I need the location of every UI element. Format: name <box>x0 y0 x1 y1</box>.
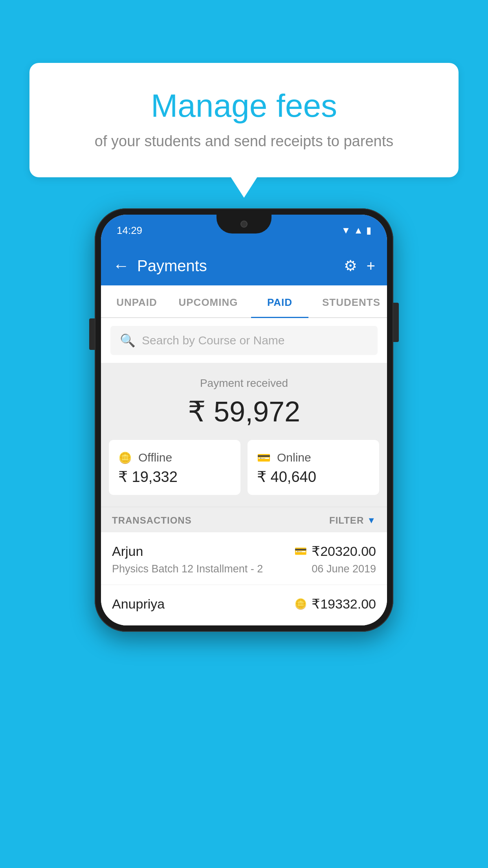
battery-icon: ▮ <box>366 225 371 236</box>
transaction-top: Arjun 💳 ₹20320.00 <box>112 543 376 559</box>
search-box[interactable]: 🔍 Search by Course or Name <box>110 326 378 355</box>
payment-type-icon: 🪙 <box>294 598 307 610</box>
offline-amount: ₹ 19,332 <box>118 468 231 485</box>
app-header: ← Payments ⚙ + <box>101 246 387 285</box>
transaction-amount: ₹19332.00 <box>312 596 376 612</box>
payment-cards: 🪙 Offline ₹ 19,332 💳 Online ₹ 40,640 <box>101 440 387 507</box>
filter-icon: ▼ <box>367 515 376 526</box>
tab-paid[interactable]: PAID <box>244 285 316 317</box>
payment-label: Payment received <box>101 377 387 390</box>
filter-button[interactable]: FILTER ▼ <box>329 515 376 526</box>
camera <box>240 221 248 228</box>
bubble-subtitle: of your students and send receipts to pa… <box>61 133 427 150</box>
tab-students[interactable]: STUDENTS <box>316 285 387 317</box>
transaction-name: Arjun <box>112 544 143 559</box>
payment-type-icon: 💳 <box>294 545 307 557</box>
transaction-bottom: Physics Batch 12 Installment - 2 06 June… <box>112 563 376 575</box>
back-button[interactable]: ← <box>113 256 129 275</box>
online-amount: ₹ 40,640 <box>257 468 370 485</box>
speech-bubble-section: Manage fees of your students and send re… <box>29 63 459 177</box>
notch <box>216 215 272 234</box>
transaction-row: Anupriya 🪙 ₹19332.00 <box>101 585 387 625</box>
online-card: 💳 Online ₹ 40,640 <box>248 440 379 495</box>
speech-bubble: Manage fees of your students and send re… <box>29 63 459 177</box>
search-input[interactable]: Search by Course or Name <box>142 334 285 347</box>
transactions-header: TRANSACTIONS FILTER ▼ <box>101 507 387 532</box>
search-section: 🔍 Search by Course or Name <box>101 318 387 363</box>
transaction-row: Arjun 💳 ₹20320.00 Physics Batch 12 Insta… <box>101 532 387 585</box>
status-time: 14:29 <box>117 224 142 237</box>
phone-mockup: 14:29 ▼ ▲ ▮ ← Payments ⚙ + <box>95 208 393 632</box>
search-icon: 🔍 <box>120 333 136 348</box>
amount-container: 🪙 ₹19332.00 <box>294 596 376 612</box>
online-label: Online <box>277 451 311 464</box>
offline-card-top: 🪙 Offline <box>118 451 231 464</box>
header-title: Payments <box>137 257 336 275</box>
phone-screen: 14:29 ▼ ▲ ▮ ← Payments ⚙ + <box>101 215 387 625</box>
settings-icon[interactable]: ⚙ <box>344 257 357 274</box>
transaction-amount: ₹20320.00 <box>312 543 376 559</box>
transaction-date: 06 June 2019 <box>312 563 376 575</box>
tabs-bar: UNPAID UPCOMING PAID STUDENTS <box>101 285 387 318</box>
transaction-name: Anupriya <box>112 596 165 612</box>
online-card-top: 💳 Online <box>257 451 370 464</box>
transaction-course: Physics Batch 12 Installment - 2 <box>112 563 263 575</box>
payment-amount: ₹ 59,972 <box>101 395 387 428</box>
transactions-label: TRANSACTIONS <box>112 515 192 526</box>
bubble-title: Manage fees <box>61 86 427 125</box>
header-actions: ⚙ + <box>344 257 375 274</box>
status-icons: ▼ ▲ ▮ <box>341 225 371 236</box>
status-bar: 14:29 ▼ ▲ ▮ <box>101 215 387 246</box>
wifi-icon: ▼ <box>341 225 350 236</box>
tab-unpaid[interactable]: UNPAID <box>101 285 172 317</box>
signal-icon: ▲ <box>354 225 363 236</box>
amount-container: 💳 ₹20320.00 <box>294 543 376 559</box>
offline-card: 🪙 Offline ₹ 19,332 <box>109 440 240 495</box>
offline-label: Offline <box>138 451 172 464</box>
tab-upcoming[interactable]: UPCOMING <box>172 285 244 317</box>
payment-received-section: Payment received ₹ 59,972 <box>101 363 387 440</box>
offline-icon: 🪙 <box>118 451 132 464</box>
online-icon: 💳 <box>257 451 271 464</box>
phone-outer: 14:29 ▼ ▲ ▮ ← Payments ⚙ + <box>95 208 393 632</box>
add-icon[interactable]: + <box>367 257 375 274</box>
transaction-top: Anupriya 🪙 ₹19332.00 <box>112 596 376 612</box>
